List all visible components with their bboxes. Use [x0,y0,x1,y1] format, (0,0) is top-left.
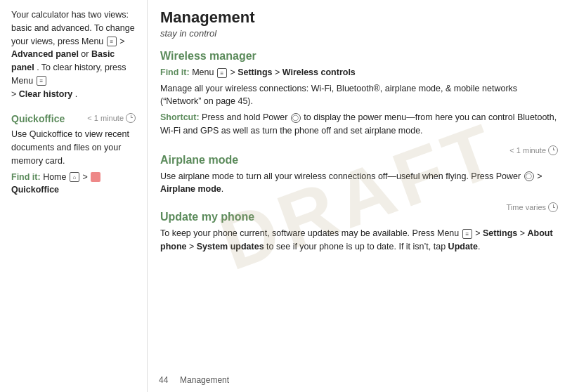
left-column: Your calculator has two views: basic and… [0,0,148,392]
update-time-label: Time varies [507,202,546,214]
clock-icon-airplane [548,145,558,155]
quickoffice-time-label: < 1 minute [87,112,124,124]
airplane-body-text: Use airplane mode to turn all your wirel… [160,171,521,181]
power-icon-airplane: ◯ [524,171,534,181]
right-column: DRAFT Management stay in control Wireles… [148,0,572,392]
airplane-mode-label: Airplane mode [160,184,221,194]
find-it-home: Home [43,172,66,182]
menu-icon-update: ≡ [462,229,472,239]
main-title: Management [160,8,558,27]
wireless-find-it: Find it: Menu ≡ > Settings > Wireless co… [160,66,558,79]
quickoffice-icon [91,172,100,182]
update-system: System updates [197,242,264,251]
page-num: 44 [159,375,168,385]
update-body2: to see if your phone is up to date. If i… [266,242,446,251]
airplane-section: Airplane mode < 1 minute [160,145,558,170]
quickoffice-find-it: Find it: Home ⌂ > Quickoffice [11,171,136,197]
wireless-controls: Wireless controls [282,67,356,77]
quickoffice-time-badge: < 1 minute [87,112,136,124]
airplane-time-label: < 1 minute [509,145,546,157]
clock-icon-quickoffice [126,113,136,123]
quickoffice-section: Quickoffice < 1 minute Use Quickoffice t… [11,107,136,197]
shortcut-body1: Press and hold Power [202,112,287,122]
quickoffice-body: Use Quickoffice to view recent documents… [11,128,136,167]
update-title-col: Update my phone [160,202,500,227]
update-body: To keep your phone current, software upd… [160,227,558,254]
page-label: Management [180,375,229,385]
power-icon-shortcut: ◯ [291,113,301,123]
menu-icon-1: ≡ [107,37,117,46]
find-it-label-left: Find it: [11,172,41,182]
quickoffice-heading: Quickoffice [11,112,65,126]
home-icon: ⌂ [70,172,79,182]
update-period: . [478,242,480,251]
airplane-time-badge: < 1 minute [509,145,558,157]
shortcut-paragraph: Shortcut: Press and hold Power ◯ to disp… [160,111,558,138]
airplane-heading: Airplane mode [160,152,502,169]
shortcut-label: Shortcut: [160,112,200,122]
intro-paragraph: Your calculator has two views: basic and… [11,8,136,100]
update-label: Update [448,242,478,251]
page-number: 44 Management [159,374,229,386]
update-section: Update my phone Time varies [160,202,558,227]
quickoffice-header: Quickoffice < 1 minute [11,107,136,128]
update-time-badge: Time varies [507,202,558,214]
wireless-heading: Wireless manager [160,48,558,65]
update-heading: Update my phone [160,209,500,226]
airplane-title-col: Airplane mode [160,145,502,170]
clear-history-label: Clear history [19,89,72,99]
wireless-find-menu: Menu [192,67,214,77]
airplane-period: . [221,184,223,194]
clock-icon-update [548,202,558,212]
find-it-quickoffice: Quickoffice [11,185,59,195]
menu-icon-wireless: ≡ [217,68,227,78]
wireless-settings: Settings [238,67,272,77]
airplane-press: > [537,171,542,181]
update-settings: Settings [483,228,517,238]
update-body-text: To keep your phone current, software upd… [160,228,459,238]
menu-icon-2: ≡ [37,76,46,86]
main-subtitle: stay in control [160,27,558,41]
airplane-body: Use airplane mode to turn all your wirel… [160,170,558,197]
wireless-find-label: Find it: [160,67,190,77]
advanced-panel-label: Advanced panel [11,49,79,59]
wireless-body: Manage all your wireless connections: Wi… [160,82,558,109]
